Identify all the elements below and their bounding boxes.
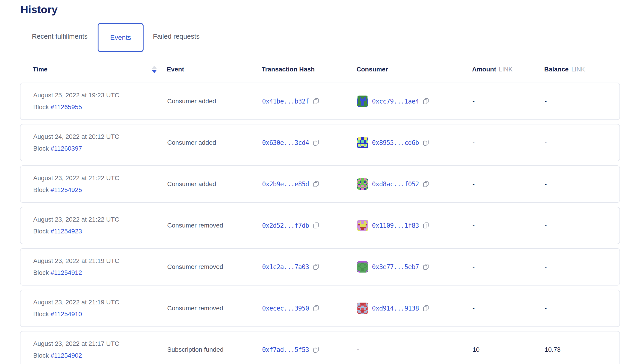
block-number-link[interactable]: #11265955	[50, 104, 82, 110]
time-cell: August 24, 2022 at 20:12 UTC Block #1126…	[33, 131, 167, 154]
event-timestamp: August 23, 2022 at 21:19 UTC	[33, 255, 167, 267]
column-header-amount: AmountLINK	[472, 66, 544, 73]
copy-consumer-address-button[interactable]	[422, 98, 429, 105]
sort-icon[interactable]	[152, 66, 157, 73]
transaction-hash-link[interactable]: 0xf7ad...5f53	[262, 346, 309, 354]
copy-icon	[422, 305, 429, 312]
balance-cell: -	[545, 98, 620, 105]
amount-cell: 10	[472, 346, 545, 353]
transaction-hash-link[interactable]: 0x2b9e...e85d	[262, 180, 309, 188]
amount-cell: -	[472, 263, 545, 270]
block-label: Block	[33, 145, 50, 152]
copy-consumer-address-button[interactable]	[422, 139, 429, 146]
consumer-address-link[interactable]: 0x1109...1f83	[372, 222, 419, 229]
tab-failed-requests[interactable]: Failed requests	[153, 32, 200, 40]
balance-cell: -	[545, 180, 620, 188]
consumer-identicon	[357, 137, 368, 148]
event-type-cell: Consumer removed	[167, 263, 262, 270]
copy-icon	[312, 98, 320, 105]
transaction-hash-cell: 0x2b9e...e85d	[262, 180, 357, 188]
block-label: Block	[33, 269, 50, 276]
block-number-link[interactable]: #11254925	[50, 186, 82, 194]
tab-recent-fulfillments[interactable]: Recent fulfillments	[32, 32, 88, 40]
consumer-identicon	[357, 261, 368, 272]
copy-icon	[422, 264, 429, 270]
copy-transaction-hash-button[interactable]	[312, 346, 320, 353]
sort-descending-icon	[152, 70, 157, 73]
copy-transaction-hash-button[interactable]	[312, 181, 320, 188]
copy-transaction-hash-button[interactable]	[312, 222, 320, 229]
tab-events[interactable]: Events	[110, 34, 131, 42]
copy-transaction-hash-button[interactable]	[312, 264, 320, 270]
transaction-hash-cell: 0xecec...3950	[262, 304, 357, 312]
transaction-hash-link[interactable]: 0x630e...3cd4	[262, 139, 309, 146]
copy-icon	[312, 346, 320, 353]
copy-transaction-hash-button[interactable]	[312, 98, 320, 105]
block-line: Block #11254923	[33, 226, 167, 237]
tab-events-active-box[interactable]: Events	[98, 23, 144, 52]
copy-consumer-address-button[interactable]	[422, 222, 429, 229]
table-row: August 25, 2022 at 19:23 UTC Block #1126…	[20, 82, 620, 120]
consumer-address-link: -	[357, 346, 359, 353]
event-timestamp: August 23, 2022 at 21:22 UTC	[33, 172, 167, 184]
consumer-identicon	[357, 96, 368, 107]
block-label: Block	[33, 186, 50, 194]
copy-icon	[312, 181, 320, 188]
block-number-link[interactable]: #11254923	[50, 228, 82, 235]
block-number-link[interactable]: #11260397	[50, 145, 82, 152]
copy-icon	[312, 139, 320, 146]
transaction-hash-link[interactable]: 0x1c2a...7a03	[262, 263, 309, 271]
block-number-link[interactable]: #11254902	[50, 352, 82, 359]
consumer-address-link[interactable]: 0x3e77...5eb7	[372, 263, 419, 271]
block-line: Block #11254910	[33, 308, 167, 320]
event-type-cell: Consumer added	[167, 180, 262, 188]
copy-consumer-address-button[interactable]	[422, 305, 429, 312]
consumer-cell: 0x3e77...5eb7	[357, 261, 472, 272]
amount-cell: -	[472, 98, 545, 105]
consumer-identicon	[357, 220, 368, 231]
event-timestamp: August 23, 2022 at 21:22 UTC	[33, 214, 167, 226]
consumer-address-link[interactable]: 0xcc79...1ae4	[372, 98, 419, 105]
amount-cell: -	[472, 222, 545, 229]
block-label: Block	[33, 310, 50, 318]
amount-unit-label: LINK	[499, 66, 512, 73]
consumer-address-link[interactable]: 0xd8ac...f052	[372, 180, 419, 188]
event-type-cell: Consumer added	[167, 139, 262, 146]
copy-consumer-address-button[interactable]	[422, 264, 429, 270]
consumer-address-link[interactable]: 0x8955...cd6b	[372, 139, 419, 146]
transaction-hash-link[interactable]: 0xecec...3950	[262, 304, 309, 312]
block-line: Block #11260397	[33, 143, 167, 154]
block-number-link[interactable]: #11254910	[50, 310, 82, 318]
page-title: History	[20, 3, 632, 16]
copy-consumer-address-button[interactable]	[422, 181, 429, 188]
transaction-hash-cell: 0x2d52...f7db	[262, 222, 357, 229]
time-cell: August 23, 2022 at 21:22 UTC Block #1125…	[33, 214, 167, 237]
consumer-cell: 0x8955...cd6b	[357, 137, 472, 148]
transaction-hash-link[interactable]: 0x2d52...f7db	[262, 222, 309, 229]
table-row: August 23, 2022 at 21:22 UTC Block #1125…	[20, 166, 620, 203]
copy-transaction-hash-button[interactable]	[312, 139, 320, 146]
event-timestamp: August 23, 2022 at 21:19 UTC	[33, 296, 167, 308]
balance-cell: -	[545, 222, 620, 229]
copy-transaction-hash-button[interactable]	[312, 305, 320, 312]
consumer-identicon	[357, 302, 368, 314]
column-header-consumer: Consumer	[356, 66, 472, 73]
consumer-address-link[interactable]: 0xd914...9138	[372, 304, 419, 312]
amount-cell: -	[472, 139, 545, 146]
block-number-link[interactable]: #11254912	[50, 269, 82, 276]
event-type-cell: Consumer removed	[167, 304, 262, 312]
transaction-hash-link[interactable]: 0x41be...b32f	[262, 98, 309, 105]
balance-cell: 10.73	[545, 346, 620, 353]
history-page: History Recent fulfillments Events Faile…	[0, 3, 632, 364]
copy-icon	[422, 222, 429, 229]
transaction-hash-cell: 0x630e...3cd4	[262, 139, 357, 146]
table-row: August 23, 2022 at 21:17 UTC Block #1125…	[20, 331, 620, 364]
column-header-balance: BalanceLINK	[544, 66, 620, 73]
consumer-identicon	[357, 178, 368, 190]
transaction-hash-cell: 0x1c2a...7a03	[262, 263, 357, 271]
event-timestamp: August 25, 2022 at 19:23 UTC	[33, 90, 167, 101]
event-type-cell: Consumer removed	[167, 222, 262, 229]
transaction-hash-cell: 0x41be...b32f	[262, 98, 357, 105]
consumer-cell: -	[357, 346, 472, 353]
time-cell: August 23, 2022 at 21:19 UTC Block #1125…	[33, 296, 167, 320]
